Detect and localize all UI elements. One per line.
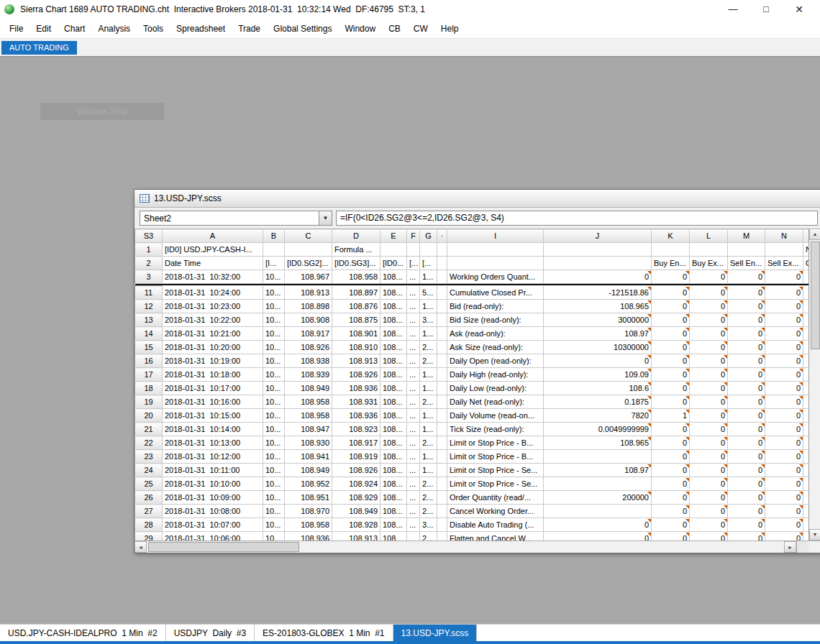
cell-A13[interactable]: 2018-01-31 10:22:00 [163,313,263,327]
cell-B15[interactable]: 10... [263,341,285,354]
cell-M17[interactable]: 0 [728,368,765,382]
cell-H28[interactable] [437,518,447,532]
tab-auto-trading[interactable]: AUTO TRADING [1,41,77,55]
cell-G11[interactable]: 5... [420,286,437,300]
cell-E19[interactable]: 108... [381,395,407,409]
cell-G24[interactable]: 1... [420,464,437,477]
cell-I22[interactable]: Limit or Stop Price - B... [447,436,544,450]
cell-I19[interactable]: Daily Net (read-only): [447,395,544,409]
cell-K28[interactable]: 0 [652,518,690,532]
cell-H21[interactable] [437,423,447,436]
cell-O22[interactable] [803,436,809,450]
cell-K18[interactable]: 0 [652,382,690,395]
cell-F26[interactable]: ... [407,491,420,505]
cell-I24[interactable]: Limit or Stop Price - Se... [447,464,544,477]
cell-H18[interactable] [437,382,447,395]
cell-C12[interactable]: 108.898 [285,300,332,313]
cell-J28[interactable]: 0 [544,518,652,532]
cell-M14[interactable]: 0 [728,327,765,341]
cell-B25[interactable]: 10... [263,477,285,491]
column-header-l[interactable]: L [690,229,728,243]
cell-O27[interactable] [803,505,809,518]
cell-O3[interactable] [803,270,809,284]
cell-F24[interactable]: ... [407,464,420,477]
cell-N26[interactable]: 0 [765,491,803,505]
cell-I17[interactable]: Daily High (read-only): [447,368,544,382]
cell-B13[interactable]: 10... [263,313,285,327]
cell-I16[interactable]: Daily Open (read-only): [447,354,544,368]
cell-I14[interactable]: Ask (read-only): [447,327,544,341]
cell-J17[interactable]: 109.09 [544,368,652,382]
column-header-partial[interactable] [803,229,809,243]
cell-G25[interactable]: 2... [420,477,437,491]
cell-F11[interactable]: ... [407,286,420,300]
cell-N22[interactable]: 0 [765,436,803,450]
cell-J2[interactable] [544,257,652,270]
cell-J25[interactable] [544,477,652,491]
cell-F16[interactable]: ... [407,354,420,368]
cell-B12[interactable]: 10... [263,300,285,313]
cell-N23[interactable]: 0 [765,450,803,464]
cell-E28[interactable]: 108... [381,518,407,532]
cell-G26[interactable]: 2... [420,491,437,505]
cell-B23[interactable]: 10... [263,450,285,464]
cell-F12[interactable]: ... [407,300,420,313]
cell-C11[interactable]: 108.913 [285,286,332,300]
cell-K29[interactable]: 0 [652,532,690,541]
cell-B17[interactable]: 10... [263,368,285,382]
cell-D26[interactable]: 108.929 [332,491,381,505]
cell-E27[interactable]: 108... [381,505,407,518]
cell-N21[interactable]: 0 [765,423,803,436]
cell-K2[interactable]: Buy En... [652,257,690,270]
menu-item-file[interactable]: File [3,20,29,37]
cell-G21[interactable]: 1... [420,423,437,436]
row-header-1[interactable]: 1 [135,243,163,257]
cell-K16[interactable]: 0 [652,354,690,368]
cell-A14[interactable]: 2018-01-31 10:21:00 [163,327,263,341]
cell-L14[interactable]: 0 [690,327,728,341]
cell-O17[interactable] [803,368,809,382]
cell-H19[interactable] [437,395,447,409]
cell-O24[interactable] [803,464,809,477]
cell-H16[interactable] [437,354,447,368]
cell-E24[interactable]: 108... [381,464,407,477]
cell-B22[interactable]: 10... [263,436,285,450]
cell-F1[interactable] [407,243,420,257]
cell-G17[interactable]: 1... [420,368,437,382]
cell-N18[interactable]: 0 [765,382,803,395]
cell-D24[interactable]: 108.926 [332,464,381,477]
chart-tab-usdjpy-daily-3[interactable]: USDJPY Daily #3 [166,625,255,641]
cell-O14[interactable] [803,327,809,341]
column-header-g[interactable]: G [420,229,437,243]
cell-M19[interactable]: 0 [728,395,765,409]
cell-H24[interactable] [437,464,447,477]
cell-N12[interactable]: 0 [765,300,803,313]
cell-N24[interactable]: 0 [765,464,803,477]
row-header-3[interactable]: 3 [135,270,163,284]
cell-L2[interactable]: Buy Ex... [690,257,728,270]
cell-L20[interactable]: 0 [690,409,728,423]
cell-N14[interactable]: 0 [765,327,803,341]
close-button[interactable]: ✕ [783,0,816,19]
cell-K12[interactable]: 0 [652,300,690,313]
row-header-26[interactable]: 26 [135,491,163,505]
row-header-22[interactable]: 22 [135,436,163,450]
cell-J24[interactable]: 108.97 [544,464,652,477]
cell-D23[interactable]: 108.919 [332,450,381,464]
cell-A11[interactable]: 2018-01-31 10:24:00 [163,286,263,300]
cell-I12[interactable]: Bid (read-only): [447,300,544,313]
cell-J23[interactable] [544,450,652,464]
cell-A21[interactable]: 2018-01-31 10:14:00 [163,423,263,436]
cell-I1[interactable] [447,243,544,257]
cell-H26[interactable] [437,491,447,505]
cell-E17[interactable]: 108... [381,368,407,382]
column-header-d[interactable]: D [332,229,381,243]
column-header-i[interactable]: I [447,229,544,243]
minimize-button[interactable]: — [716,0,750,19]
cell-I23[interactable]: Limit or Stop Price - B... [447,450,544,464]
cell-F29[interactable]: ... [407,532,420,541]
row-header-19[interactable]: 19 [135,395,163,409]
horizontal-scrollbar[interactable]: ◄ ► [135,540,820,553]
cell-B11[interactable]: 10... [263,286,285,300]
cell-N13[interactable]: 0 [765,313,803,327]
